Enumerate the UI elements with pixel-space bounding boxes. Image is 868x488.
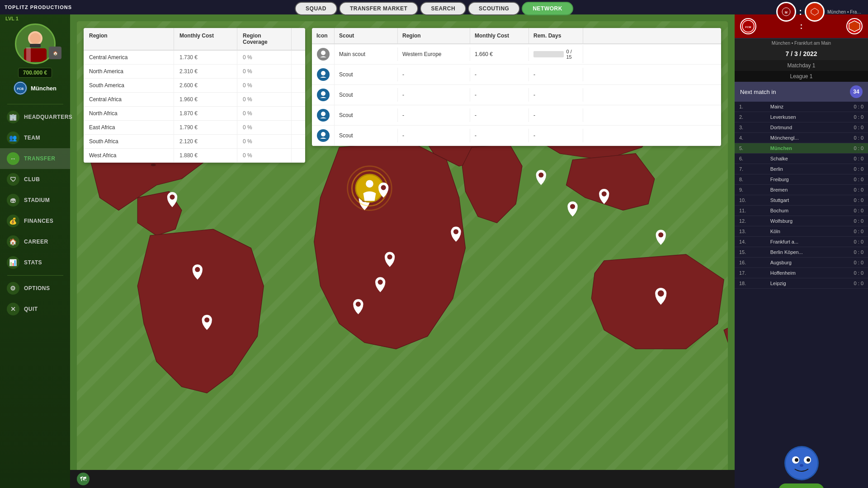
- league-rank: 15.: [739, 249, 770, 255]
- league-table-row[interactable]: 9. Bremen 0 : 0: [735, 185, 868, 195]
- team-icon: 👥: [7, 131, 19, 144]
- league-table-row[interactable]: 4. Mönchengl... 0 : 0: [735, 133, 868, 143]
- sidebar-item-quit[interactable]: ✕ QUIT: [0, 299, 70, 319]
- scout-row[interactable]: Scout - - -: [312, 65, 721, 85]
- league-table-row[interactable]: 13. Köln 0 : 0: [735, 226, 868, 237]
- league-table-row[interactable]: 18. Leipzig 0 : 0: [735, 278, 868, 289]
- tab-transfer-market[interactable]: TRANSFER MARKET: [339, 2, 419, 15]
- away-team-badge: [805, 2, 825, 22]
- league-table-row[interactable]: 1. Mainz 0 : 0: [735, 102, 868, 112]
- league-table-row[interactable]: 17. Hoffenheim 0 : 0: [735, 268, 868, 278]
- sidebar-item-transfer[interactable]: ↔ TRANSFER: [0, 148, 70, 169]
- region-row[interactable]: East Africa 1.790 € 0 %: [84, 121, 305, 135]
- bottom-bar: 🗺: [70, 470, 735, 488]
- minimap-button[interactable]: 🗺: [77, 473, 90, 485]
- region-row[interactable]: North America 2.310 € 0 %: [84, 65, 305, 79]
- sidebar-item-stadium[interactable]: 🏟 STADIUM: [0, 190, 70, 211]
- svg-point-45: [786, 447, 817, 479]
- sidebar-item-headquarters[interactable]: 🏢 HEADQUARTERS: [0, 107, 70, 127]
- region-row[interactable]: West Africa 1.880 € 0 %: [84, 149, 305, 163]
- league-score: 0 : 0: [832, 218, 863, 224]
- sidebar-item-stats[interactable]: 📊 STATS: [0, 252, 70, 273]
- svg-text:M: M: [785, 11, 788, 14]
- tab-network[interactable]: NETWORK: [522, 2, 573, 15]
- svg-point-19: [195, 267, 200, 272]
- svg-text:FCB: FCB: [17, 87, 24, 90]
- region-row[interactable]: Central Africa 1.960 € 0 %: [84, 93, 305, 107]
- league-rank: 3.: [739, 125, 770, 130]
- rem-days-empty: -: [533, 132, 535, 139]
- scout-name: Scout: [335, 129, 398, 142]
- svg-text:🏠: 🏠: [53, 51, 58, 56]
- region-cost: 1.730 €: [174, 51, 237, 64]
- league-table-row[interactable]: 6. Schalke 0 : 0: [735, 154, 868, 164]
- league-rank: 11.: [739, 208, 770, 213]
- scout-icon: [317, 68, 330, 81]
- league-table-row[interactable]: 12. Wolfsburg 0 : 0: [735, 216, 868, 226]
- league-rank: 18.: [739, 281, 770, 286]
- region-row[interactable]: North Africa 1.870 € 0 %: [84, 107, 305, 121]
- league-team: Mönchengl...: [770, 135, 833, 141]
- league-table-row[interactable]: 11. Bochum 0 : 0: [735, 206, 868, 216]
- score-area: M : München • Frankfurt am Main: [776, 2, 863, 22]
- league-table-row[interactable]: 7. Berlin 0 : 0: [735, 164, 868, 174]
- money-display: 700.000 €: [18, 68, 52, 78]
- league-table-row[interactable]: 2. Leverkusen 0 : 0: [735, 112, 868, 122]
- league-team: Hoffenheim: [770, 270, 833, 276]
- col-scout-region: Region: [398, 28, 470, 43]
- league-team: Dortmund: [770, 125, 833, 130]
- score-separator: :: [799, 7, 802, 17]
- svg-point-7: [30, 33, 41, 44]
- sidebar-item-career[interactable]: 🏠 CAREER: [0, 231, 70, 252]
- region-row[interactable]: Central America 1.730 € 0 %: [84, 51, 305, 65]
- league-table-row[interactable]: 15. Berlin Köpen... 0 : 0: [735, 247, 868, 258]
- league-table-row[interactable]: 5. München 0 : 0: [735, 143, 868, 154]
- region-cost: 1.790 €: [174, 121, 237, 134]
- league-table: 1. Mainz 0 : 0 2. Leverkusen 0 : 0 3. Do…: [735, 102, 868, 488]
- scout-icon-cell: [312, 85, 335, 105]
- scout-row[interactable]: Scout - - -: [312, 126, 721, 146]
- scout-rem-days: -: [529, 88, 583, 102]
- league-score: 0 : 0: [832, 114, 863, 120]
- tab-search[interactable]: SEARCH: [420, 2, 466, 15]
- region-name: South America: [84, 79, 174, 92]
- sidebar-item-finances[interactable]: 💰 FINANCES: [0, 211, 70, 231]
- next-button[interactable]: NEXT: [778, 483, 824, 488]
- scout-row[interactable]: Scout - - -: [312, 105, 721, 126]
- scout-icon: [317, 89, 330, 101]
- next-match-label: Next match in: [740, 89, 776, 95]
- tab-scouting[interactable]: SCOUTING: [468, 2, 520, 15]
- region-row[interactable]: South Africa 2.120 € 0 %: [84, 135, 305, 149]
- league-team: Schalke: [770, 156, 833, 161]
- sidebar-item-options[interactable]: ⚙ OPTIONS: [0, 278, 70, 299]
- league-table-row[interactable]: 8. Freiburg 0 : 0: [735, 174, 868, 185]
- league-table-row[interactable]: 16. Augsburg 0 : 0: [735, 258, 868, 268]
- stadium-icon: 🏟: [7, 194, 19, 206]
- league-score: 0 : 0: [832, 197, 863, 203]
- scout-icon-cell: [312, 65, 335, 84]
- svg-point-48: [795, 458, 798, 462]
- region-coverage: 0 %: [237, 121, 292, 134]
- league-team: Freiburg: [770, 177, 833, 182]
- svg-rect-8: [30, 44, 41, 47]
- league-table-row[interactable]: 3. Dortmund 0 : 0: [735, 122, 868, 133]
- main-scout-icon: [317, 48, 330, 61]
- sidebar: LVL 1 🏠 700.000 € FCB Mün: [0, 0, 70, 488]
- app-title: TOPLITZ PRODUCTIONS: [5, 5, 72, 10]
- tab-squad[interactable]: SQUAD: [295, 2, 337, 15]
- divider-1: [7, 104, 63, 104]
- scout-row[interactable]: Main scout Western Europe 1.660 € 0 / 15: [312, 44, 721, 65]
- league-table-row[interactable]: 10. Stuttgart 0 : 0: [735, 195, 868, 206]
- region-name: East Africa: [84, 121, 174, 134]
- sidebar-item-team[interactable]: 👥 TEAM: [0, 127, 70, 148]
- team-badge-row: FCB München: [14, 81, 57, 95]
- svg-point-33: [602, 192, 607, 197]
- rem-days-empty: -: [533, 71, 535, 78]
- region-name: South Africa: [84, 135, 174, 148]
- region-row[interactable]: South America 2.600 € 0 %: [84, 79, 305, 93]
- league-table-row[interactable]: 14. Frankfurt a... 0 : 0: [735, 237, 868, 247]
- scout-row[interactable]: Scout - - -: [312, 85, 721, 105]
- nav-tabs: SQUAD TRANSFER MARKET SEARCH SCOUTING NE…: [295, 0, 573, 15]
- sidebar-item-club[interactable]: 🛡 CLUB: [0, 169, 70, 190]
- svg-point-31: [538, 173, 543, 178]
